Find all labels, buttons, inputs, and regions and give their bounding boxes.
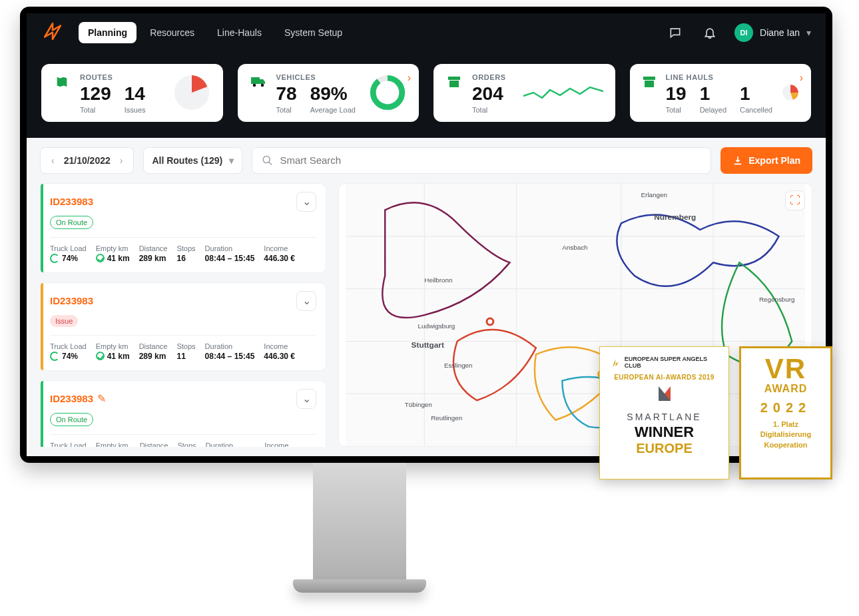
expand-button[interactable]: ⌄ — [296, 389, 316, 409]
label: Delayed — [700, 106, 726, 114]
user-name: Diane Ian — [760, 27, 800, 38]
date-value: 21/10/2022 — [64, 155, 111, 166]
map-icon — [53, 73, 71, 91]
svg-point-5 — [373, 78, 402, 107]
svg-rect-7 — [449, 81, 459, 87]
date-picker[interactable]: ‹ 21/10/2022 › — [40, 147, 134, 174]
label: Cancelled — [740, 106, 772, 114]
route-metrics: Truck Load74%Empty km41 kmDistance289 km… — [50, 335, 316, 361]
svg-point-11 — [263, 156, 270, 162]
messages-icon[interactable] — [665, 23, 685, 43]
edit-icon[interactable]: ✎ — [97, 392, 106, 405]
route-id: ID233983 — [50, 196, 93, 207]
filter-label: All Routes (129) — [152, 155, 222, 166]
card-title: ORDERS — [472, 73, 506, 81]
card-title: VEHICLES — [276, 73, 356, 81]
next-icon[interactable]: › — [117, 155, 126, 166]
monitor-stand — [313, 463, 406, 583]
status-badge: On Route — [50, 216, 93, 229]
status-badge: On Route — [50, 413, 93, 426]
truck-icon — [250, 73, 267, 91]
label: Total — [276, 106, 297, 114]
topbar: Planning Resources Line-Hauls System Set… — [27, 13, 826, 52]
svg-text:Ansbach: Ansbach — [562, 243, 587, 250]
lh-delayed: 1 — [700, 84, 726, 105]
route-card[interactable]: ID233983⌄IssueTruck Load74%Empty km41 km… — [40, 282, 326, 371]
export-button[interactable]: Export Plan — [720, 147, 812, 174]
card-title: LINE HAULS — [666, 73, 772, 81]
archive-icon — [445, 73, 463, 91]
nav-tabs: Planning Resources Line-Hauls System Set… — [79, 22, 352, 43]
filter-dropdown[interactable]: All Routes (129) ▾ — [143, 147, 242, 174]
vehicles-avg: 89% — [310, 84, 356, 105]
svg-text:Heilbronn: Heilbronn — [424, 276, 452, 284]
svg-rect-8 — [643, 77, 655, 80]
tab-setup[interactable]: System Setup — [275, 22, 352, 43]
chevron-right-icon[interactable]: › — [408, 72, 411, 84]
award-badge-vr: VR AWARD 2022 1. PlatzDigitalisierungKoo… — [739, 346, 832, 479]
routes-issues: 14 — [125, 84, 146, 105]
expand-button[interactable]: ⌄ — [296, 291, 316, 311]
route-metrics: Truck Load74%Empty km81 kmDistance381 km… — [50, 434, 316, 447]
svg-text:Regensburg: Regensburg — [759, 296, 795, 303]
lh-total: 19 — [666, 84, 687, 105]
download-icon — [732, 155, 743, 166]
label: Average Load — [310, 106, 356, 114]
bell-icon[interactable] — [700, 23, 720, 43]
avatar: DI — [734, 23, 753, 42]
svg-text:Stuttgart: Stuttgart — [412, 340, 444, 350]
card-vehicles[interactable]: › VEHICLES 78Total 89%Average Load — [238, 64, 420, 122]
svg-text:Ludwigsburg: Ludwigsburg — [418, 322, 455, 330]
tab-linehauls[interactable]: Line-Hauls — [208, 22, 271, 43]
label: Total — [666, 106, 687, 114]
export-label: Export Plan — [748, 155, 800, 166]
routes-list: ID233983⌄On RouteTruck Load74%Empty km41… — [40, 183, 326, 447]
svg-rect-1 — [251, 77, 260, 84]
card-orders[interactable]: ORDERS 204 Total — [433, 64, 615, 122]
lh-cancelled: 1 — [740, 84, 772, 105]
app-logo — [41, 20, 64, 45]
svg-rect-6 — [448, 77, 460, 80]
svg-text:Erlangen: Erlangen — [641, 191, 667, 198]
vehicles-total: 78 — [276, 84, 297, 105]
toolbar: ‹ 21/10/2022 › All Routes (129) ▾ Export… — [27, 138, 826, 183]
svg-text:Tübingen: Tübingen — [405, 401, 432, 408]
fullscreen-icon[interactable]: ⛶ — [785, 190, 805, 210]
svg-rect-9 — [645, 81, 654, 87]
svg-text:Nuremberg: Nuremberg — [654, 212, 696, 222]
tab-planning[interactable]: Planning — [79, 22, 137, 43]
orders-total: 204 — [472, 84, 506, 105]
label: Total — [472, 106, 506, 114]
search-input[interactable] — [280, 154, 701, 166]
routes-total: 129 — [80, 84, 111, 105]
card-linehauls[interactable]: › LINE HAULS 19Total 1Delayed 1Cancelled — [630, 64, 812, 122]
route-id: ID233983 — [50, 295, 93, 306]
card-routes[interactable]: ROUTES 129Total 14Issues — [41, 64, 223, 122]
svg-point-3 — [260, 84, 264, 87]
expand-button[interactable]: ⌄ — [296, 192, 316, 212]
label: Issues — [125, 106, 146, 114]
svg-text:Reutlingen: Reutlingen — [431, 414, 462, 422]
caret-down-icon: ▾ — [229, 155, 234, 166]
award-badge-ai: EUROPEAN SUPER ANGELS CLUB EUROPEAN AI-A… — [599, 346, 729, 479]
user-menu[interactable]: DI Diane Ian ▾ — [734, 23, 811, 42]
svg-point-2 — [252, 84, 256, 87]
svg-point-21 — [487, 318, 493, 325]
route-card[interactable]: ID233983✎⌄On RouteTruck Load74%Empty km8… — [40, 380, 326, 447]
summary-cards: ROUTES 129Total 14Issues › VEHICLES 78To… — [27, 52, 826, 138]
gauge-icon — [368, 73, 407, 112]
tab-resources[interactable]: Resources — [141, 22, 204, 43]
status-badge: Issue — [50, 315, 78, 327]
svg-text:Esslingen: Esslingen — [444, 362, 473, 369]
route-card[interactable]: ID233983⌄On RouteTruck Load74%Empty km41… — [40, 183, 326, 273]
pie-icon — [782, 73, 799, 112]
spark-icon — [523, 73, 603, 112]
archive-icon — [642, 73, 657, 91]
label: Total — [80, 106, 111, 114]
search-box[interactable] — [252, 147, 711, 174]
card-title: ROUTES — [80, 73, 146, 81]
chevron-down-icon: ▾ — [806, 27, 811, 38]
chevron-right-icon[interactable]: › — [800, 72, 803, 84]
prev-icon[interactable]: ‹ — [49, 155, 57, 166]
pie-icon — [172, 73, 211, 112]
